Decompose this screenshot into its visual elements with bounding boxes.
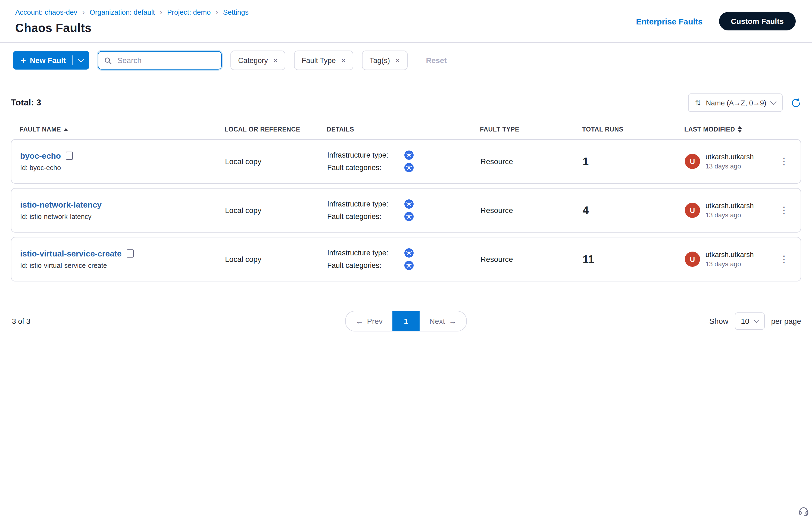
avatar: U: [685, 252, 700, 267]
page-size-select[interactable]: 10: [735, 312, 764, 330]
last-modified-cell: U utkarsh.utkarsh 13 days ago: [685, 251, 792, 268]
page-size-control: Show 10 per page: [709, 312, 801, 330]
row-menu-button[interactable]: ⋮: [777, 252, 791, 266]
last-modified-cell: U utkarsh.utkarsh 13 days ago: [685, 202, 792, 219]
column-fault-name[interactable]: FAULT NAME: [20, 126, 225, 133]
column-last-modified[interactable]: LAST MODIFIED: [684, 126, 792, 133]
row-menu-button[interactable]: ⋮: [777, 155, 791, 168]
fault-id: Id: byoc-echo: [20, 164, 225, 172]
close-icon[interactable]: ×: [396, 56, 400, 64]
refresh-button[interactable]: [791, 98, 801, 108]
sort-both-icon: [738, 126, 742, 133]
breadcrumb-item-organization[interactable]: Organization: default: [90, 8, 155, 16]
row-menu-button[interactable]: ⋮: [777, 204, 791, 217]
list-header: Total: 3 ⇅ Name (A→Z, 0→9): [11, 94, 801, 112]
fault-name-link[interactable]: istio-virtual-service-create: [20, 249, 122, 258]
modified-date: 13 days ago: [706, 211, 754, 219]
top-bar: Account: chaos-dev › Organization: defau…: [0, 0, 812, 43]
enterprise-faults-link[interactable]: Enterprise Faults: [636, 17, 703, 26]
fault-name-link[interactable]: istio-network-latency: [20, 200, 102, 209]
infrastructure-type-label: Infrastructure type:: [327, 249, 400, 257]
avatar: U: [685, 154, 700, 169]
toolbar: + New Fault Category × Fault Type × Tag(…: [0, 43, 812, 78]
sort-label: Name (A→Z, 0→9): [706, 99, 767, 107]
total-runs-value: 11: [583, 253, 685, 265]
modified-date: 13 days ago: [706, 162, 754, 170]
details-cell: Infrastructure type: Fault categories:: [327, 248, 480, 270]
new-fault-button[interactable]: + New Fault: [13, 51, 89, 70]
total-runs-value: 4: [583, 204, 685, 216]
column-fault-type: FAULT TYPE: [480, 126, 582, 133]
fault-categories-label: Fault categories:: [327, 261, 400, 269]
table-row: istio-network-latency Id: istio-network-…: [11, 188, 801, 233]
modified-by: utkarsh.utkarsh: [706, 153, 754, 161]
kubernetes-icon: [404, 163, 414, 172]
headset-icon: [798, 505, 809, 517]
filter-tags-label: Tag(s): [370, 56, 390, 64]
header-actions: Enterprise Faults Custom Faults: [636, 12, 796, 30]
fault-name-link[interactable]: byoc-echo: [20, 151, 61, 160]
fault-categories-label: Fault categories:: [327, 163, 400, 172]
breadcrumb-item-settings[interactable]: Settings: [223, 8, 249, 16]
doc-icon: [127, 250, 134, 258]
support-button[interactable]: [798, 505, 809, 519]
sort-updown-icon: ⇅: [695, 99, 701, 107]
modified-by: utkarsh.utkarsh: [706, 251, 754, 259]
infrastructure-type-label: Infrastructure type:: [327, 151, 400, 159]
page-number-button[interactable]: 1: [392, 311, 420, 331]
close-icon[interactable]: ×: [341, 56, 346, 64]
total-runs-value: 1: [583, 155, 685, 167]
kubernetes-icon: [404, 212, 414, 221]
last-modified-cell: U utkarsh.utkarsh 13 days ago: [685, 153, 792, 170]
new-fault-dropdown[interactable]: [73, 51, 89, 70]
column-total-runs: TOTAL RUNS: [582, 126, 684, 133]
fault-id: Id: istio-network-latency: [20, 213, 225, 220]
per-page-label: per page: [771, 317, 801, 326]
fault-categories-label: Fault categories:: [327, 212, 400, 220]
filter-category[interactable]: Category ×: [230, 51, 285, 70]
breadcrumb-item-project[interactable]: Project: demo: [167, 8, 211, 16]
arrow-left-icon: ←: [355, 317, 363, 326]
local-or-reference-value: Local copy: [225, 157, 327, 166]
custom-faults-button[interactable]: Custom Faults: [719, 12, 796, 30]
prev-page-button[interactable]: ← Prev: [346, 311, 392, 331]
doc-icon: [66, 152, 73, 160]
avatar: U: [685, 203, 700, 218]
fault-type-value: Resource: [480, 206, 583, 215]
fault-name-cell: byoc-echo Id: byoc-echo: [20, 151, 225, 172]
fault-name-cell: istio-virtual-service-create Id: istio-v…: [20, 249, 225, 269]
arrow-right-icon: →: [449, 317, 457, 326]
chevron-down-icon: [753, 317, 760, 323]
next-page-button[interactable]: Next →: [420, 311, 466, 331]
infrastructure-type-label: Infrastructure type:: [327, 200, 400, 208]
chevron-down-icon: [78, 56, 84, 62]
kubernetes-icon: [404, 151, 414, 160]
show-label: Show: [709, 317, 728, 326]
filter-fault-type[interactable]: Fault Type ×: [294, 51, 353, 70]
table-row: byoc-echo Id: byoc-echo Local copy Infra…: [11, 139, 801, 184]
search-input[interactable]: [116, 55, 216, 65]
chevron-down-icon: [770, 99, 777, 105]
table-column-headers: FAULT NAME LOCAL OR REFERENCE DETAILS FA…: [11, 112, 801, 139]
search-box: [98, 51, 222, 70]
sort-area: ⇅ Name (A→Z, 0→9): [688, 94, 801, 112]
reset-filters-button[interactable]: Reset: [426, 56, 447, 64]
details-cell: Infrastructure type: Fault categories:: [327, 200, 480, 221]
column-local-or-reference: LOCAL OR REFERENCE: [225, 126, 327, 133]
page: Account: chaos-dev › Organization: defau…: [0, 0, 812, 520]
breadcrumb-item-account[interactable]: Account: chaos-dev: [15, 8, 77, 16]
close-icon[interactable]: ×: [273, 56, 278, 64]
table-row: istio-virtual-service-create Id: istio-v…: [11, 237, 801, 282]
sort-select[interactable]: ⇅ Name (A→Z, 0→9): [688, 94, 783, 112]
total-count: Total: 3: [11, 98, 41, 108]
kubernetes-icon: [404, 261, 414, 270]
main-content: Total: 3 ⇅ Name (A→Z, 0→9) FAULT NAME: [0, 94, 812, 332]
fault-type-value: Resource: [480, 255, 583, 263]
modified-by: utkarsh.utkarsh: [706, 202, 754, 210]
local-or-reference-value: Local copy: [225, 255, 327, 263]
local-or-reference-value: Local copy: [225, 206, 327, 215]
new-fault-label: New Fault: [30, 56, 66, 64]
filter-tags[interactable]: Tag(s) ×: [362, 51, 407, 70]
kubernetes-icon: [404, 248, 414, 258]
chevron-right-icon: ›: [160, 8, 162, 16]
